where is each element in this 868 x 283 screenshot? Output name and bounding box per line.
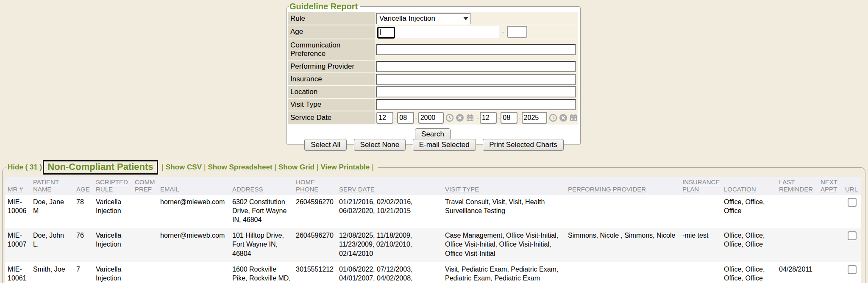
cell-provider: [565, 262, 680, 283]
search-row: Search: [288, 125, 578, 141]
cell-rule: Varicella Injection: [93, 195, 132, 228]
column-header-next-appt[interactable]: NEXT APPT: [818, 177, 843, 195]
cell-mr: MIE-10006: [5, 195, 31, 228]
cell-insurance: [680, 262, 721, 283]
print-selected-charts-button[interactable]: Print Selected Charts: [483, 139, 564, 151]
date-range-separator: -: [477, 114, 479, 121]
column-header-performing-provider[interactable]: PERFORMING PROVIDER: [565, 177, 680, 195]
column-header-mr[interactable]: MR #: [5, 177, 31, 195]
column-header-home-phone[interactable]: HOME PHONE: [293, 177, 337, 195]
row-select-checkbox[interactable]: [848, 198, 857, 207]
select-none-button[interactable]: Select None: [354, 139, 406, 151]
cell-name: Smith, Joe: [31, 262, 74, 283]
non-compliant-patients-section: Hide ( 31 ) Non-Compliant Patients | Sho…: [2, 160, 865, 283]
communication-preference-field[interactable]: [376, 44, 576, 55]
cell-next: [818, 228, 843, 262]
service-date-from-day[interactable]: [397, 112, 414, 124]
cell-address: 6302 Constitution Drive, Fort Wayne IN, …: [230, 195, 293, 228]
column-header-url[interactable]: URL: [843, 177, 861, 195]
row-select-checkbox[interactable]: [848, 231, 857, 240]
legend-separator: |: [372, 163, 373, 172]
calendar-icon[interactable]: [569, 114, 578, 122]
location-field[interactable]: [376, 86, 576, 97]
age-range-separator: -: [502, 28, 504, 36]
age-max-field[interactable]: [507, 26, 527, 38]
column-header-scripted-rule[interactable]: SCRIPTED RULE: [93, 177, 132, 195]
age-min-cell: [376, 26, 499, 38]
section-legend: Hide ( 31 ) Non-Compliant Patients | Sho…: [6, 160, 378, 175]
communication-preference-label: Communication Preference: [288, 39, 375, 60]
table-header-row: MR # PATIENT NAME AGE SCRIPTED RULE COMM…: [5, 177, 861, 195]
service-date-to-month[interactable]: [480, 112, 497, 124]
cell-serv: 01/06/2022, 07/12/2003, 04/01/2007, 04/0…: [337, 262, 442, 283]
selection-actions: Select All Select None E-mail Selected P…: [0, 139, 868, 151]
column-header-visit-type[interactable]: VISIT TYPE: [442, 177, 565, 195]
cell-url: [843, 195, 861, 228]
cell-reminder: [776, 228, 818, 262]
row-select-checkbox[interactable]: [848, 265, 857, 274]
legend-separator: |: [162, 163, 164, 172]
column-header-insurance-plan[interactable]: INSURANCE PLAN: [680, 177, 721, 195]
column-header-last-reminder[interactable]: LAST REMINDER: [776, 177, 818, 195]
cell-address: 101 Hilltop Drive, Fort Wayne IN, 46804: [230, 228, 293, 262]
service-date-from-year[interactable]: [418, 112, 444, 124]
column-header-age[interactable]: AGE: [74, 177, 93, 195]
show-spreadsheet-link[interactable]: Show Spreadsheet: [208, 163, 272, 172]
cell-address: 1600 Rockville Pike, Rockville MD, 55555: [230, 262, 293, 283]
chevron-down-icon: [463, 17, 468, 20]
calendar-icon[interactable]: [466, 114, 474, 122]
email-selected-button[interactable]: E-mail Selected: [413, 139, 476, 151]
cell-visit: Visit, Pediatric Exam, Pediatric Exam, P…: [442, 262, 565, 283]
cell-email: horner@mieweb.com: [158, 195, 230, 228]
cell-insurance: -mie test: [680, 228, 721, 262]
date-separator: -: [415, 114, 417, 121]
rule-select-value: Varicella Injection: [379, 14, 435, 23]
clear-icon[interactable]: [456, 114, 464, 122]
view-printable-link[interactable]: View Printable: [320, 163, 370, 172]
patients-table: MR # PATIENT NAME AGE SCRIPTED RULE COMM…: [5, 177, 861, 283]
age-min-field[interactable]: [377, 27, 395, 39]
guideline-report-form: Guideline Report Rule Varicella Injectio…: [287, 2, 581, 145]
visit-type-field[interactable]: [376, 99, 576, 110]
column-header-comm-pref[interactable]: COMM PREF: [132, 177, 158, 195]
cell-age: 78: [74, 195, 93, 228]
show-grid-link[interactable]: Show Grid: [278, 163, 314, 172]
select-all-button[interactable]: Select All: [304, 139, 347, 151]
cell-url: [843, 228, 861, 262]
insurance-field[interactable]: [376, 74, 576, 85]
cell-email: [158, 262, 230, 283]
legend-separator: |: [275, 163, 276, 172]
performing-provider-field[interactable]: [376, 61, 576, 72]
cell-provider: Simmons, Nicole , Simmons, Nicole: [565, 228, 680, 262]
cell-location: Office, Office, Office, Office: [721, 262, 776, 283]
cell-provider: [565, 195, 680, 228]
service-date-to-year[interactable]: [522, 112, 547, 124]
cell-name: Doe, John L.: [31, 228, 74, 262]
cell-email: horner@mieweb.com: [158, 228, 230, 262]
table-row: MIE-10007Doe, John L.76Varicella Injecti…: [5, 228, 861, 262]
column-header-serv-date[interactable]: SERV DATE: [337, 177, 442, 195]
table-row: MIE-10061Smith, Joe7Varicella Injection1…: [5, 262, 861, 283]
cell-insurance: [680, 195, 721, 228]
cell-phone: 3015551212: [293, 262, 337, 283]
service-date-from-month[interactable]: [376, 112, 393, 124]
clear-icon[interactable]: [559, 114, 568, 122]
show-csv-link[interactable]: Show CSV: [166, 163, 202, 172]
table-row: MIE-10006Doe, Jane M78Varicella Injectio…: [5, 195, 861, 228]
clock-icon[interactable]: [549, 114, 557, 122]
rule-select[interactable]: Varicella Injection: [376, 13, 470, 24]
legend-separator: |: [204, 163, 206, 172]
column-header-patient-name[interactable]: PATIENT NAME: [31, 177, 74, 195]
clock-icon[interactable]: [445, 114, 454, 122]
cell-location: Office, Office, Office: [721, 195, 776, 228]
date-separator: -: [394, 114, 396, 121]
column-header-email[interactable]: EMAIL: [158, 177, 230, 195]
search-button[interactable]: Search: [415, 128, 451, 140]
column-header-location[interactable]: LOCATION: [721, 177, 776, 195]
column-header-address[interactable]: ADDRESS: [230, 177, 293, 195]
cell-age: 76: [74, 228, 93, 262]
section-title: Non-Compliant Patients: [43, 160, 158, 175]
cell-rule: Varicella Injection: [93, 262, 132, 283]
service-date-to-day[interactable]: [501, 112, 517, 124]
hide-link[interactable]: Hide ( 31 ): [8, 163, 42, 172]
